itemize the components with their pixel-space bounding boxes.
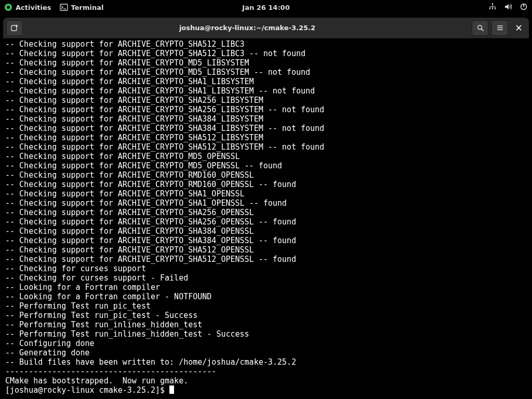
terminal-line: -- Checking for curses support - Failed: [5, 273, 527, 283]
terminal-line: -- Looking for a Fortran compiler - NOTF…: [5, 292, 527, 301]
terminal-line: -- Checking support for ARCHIVE_CRYPTO_S…: [5, 227, 527, 236]
app-menu-label: Terminal: [71, 4, 104, 11]
terminal-line: -- Configuring done: [5, 339, 527, 348]
app-menu-button[interactable]: Terminal: [60, 3, 104, 11]
activities-button[interactable]: Activities: [4, 3, 51, 11]
terminal-prompt: [joshua@rocky-linux cmake-3.25.2]$: [5, 385, 169, 395]
terminal-line: -- Checking support for ARCHIVE_CRYPTO_S…: [5, 142, 527, 152]
terminal-line: -- Checking support for ARCHIVE_CRYPTO_S…: [5, 49, 527, 58]
terminal-line: -- Checking support for ARCHIVE_CRYPTO_M…: [5, 58, 527, 68]
terminal-line: -- Checking support for ARCHIVE_CRYPTO_S…: [5, 208, 527, 217]
terminal-line: -- Checking support for ARCHIVE_CRYPTO_S…: [5, 189, 527, 198]
clock[interactable]: Jan 26 14:00: [242, 4, 289, 11]
terminal-line: -- Checking support for ARCHIVE_CRYPTO_S…: [5, 198, 527, 208]
terminal-app-icon: [60, 3, 68, 11]
terminal-line: -- Checking support for ARCHIVE_CRYPTO_S…: [5, 39, 527, 49]
terminal-line: -- Checking support for ARCHIVE_CRYPTO_S…: [5, 86, 527, 96]
terminal-line: -- Checking support for ARCHIVE_CRYPTO_S…: [5, 105, 527, 114]
new-tab-icon: [10, 24, 19, 32]
svg-line-11: [481, 29, 483, 31]
search-button[interactable]: [472, 20, 488, 36]
terminal-line: -- Performing Test run_pic_test: [5, 301, 527, 311]
svg-rect-2: [60, 4, 68, 10]
terminal-line: -- Build files have been written to: /ho…: [5, 357, 527, 367]
terminal-line: -- Performing Test run_inlines_hidden_te…: [5, 329, 527, 339]
network-icon[interactable]: [488, 3, 497, 12]
terminal-line: -- Checking support for ARCHIVE_CRYPTO_S…: [5, 236, 527, 245]
terminal-line: -- Checking support for ARCHIVE_CRYPTO_M…: [5, 161, 527, 170]
distro-logo-icon: [4, 3, 12, 11]
terminal-window: joshua@rocky-linux:~/cmake-3.25.2: [3, 18, 529, 399]
svg-point-1: [7, 6, 10, 9]
svg-rect-5: [492, 8, 493, 9]
terminal-line: -- Checking support for ARCHIVE_CRYPTO_S…: [5, 133, 527, 142]
power-icon[interactable]: [520, 3, 528, 12]
close-button[interactable]: [511, 21, 526, 35]
terminal-line: -- Checking support for ARCHIVE_CRYPTO_M…: [5, 152, 527, 161]
terminal-line: -- Checking support for ARCHIVE_CRYPTO_M…: [5, 68, 527, 77]
svg-rect-4: [489, 8, 490, 9]
terminal-line: -- Checking support for ARCHIVE_CRYPTO_S…: [5, 114, 527, 124]
volume-icon[interactable]: [504, 3, 512, 12]
activities-label: Activities: [16, 4, 51, 11]
terminal-line: CMake has bootstrapped. Now run gmake.: [5, 376, 527, 385]
terminal-line: -- Checking support for ARCHIVE_CRYPTO_S…: [5, 124, 527, 133]
hamburger-icon: [496, 24, 504, 32]
terminal-prompt-line[interactable]: [joshua@rocky-linux cmake-3.25.2]$: [5, 385, 527, 395]
terminal-viewport[interactable]: -- Checking support for ARCHIVE_CRYPTO_S…: [3, 38, 529, 399]
terminal-cursor: [169, 385, 174, 394]
close-icon: [515, 24, 522, 31]
terminal-line: ----------------------------------------…: [5, 367, 527, 376]
window-title: joshua@rocky-linux:~/cmake-3.25.2: [23, 24, 472, 32]
terminal-line: -- Checking support for ARCHIVE_CRYPTO_S…: [5, 96, 527, 105]
terminal-line: -- Checking for curses support: [5, 264, 527, 273]
terminal-line: -- Checking support for ARCHIVE_CRYPTO_S…: [5, 245, 527, 255]
terminal-line: -- Checking support for ARCHIVE_CRYPTO_S…: [5, 217, 527, 227]
terminal-line: -- Checking support for ARCHIVE_CRYPTO_S…: [5, 77, 527, 86]
menu-button[interactable]: [491, 20, 508, 36]
new-tab-button[interactable]: [6, 20, 23, 36]
terminal-line: -- Performing Test run_inlines_hidden_te…: [5, 320, 527, 329]
terminal-line: -- Looking for a Fortran compiler: [5, 283, 527, 292]
gnome-top-bar: Activities Terminal Jan 26 14:00: [0, 0, 532, 15]
terminal-line: -- Checking support for ARCHIVE_CRYPTO_S…: [5, 255, 527, 264]
terminal-line: -- Checking support for ARCHIVE_CRYPTO_R…: [5, 170, 527, 180]
svg-rect-3: [492, 3, 493, 4]
terminal-line: -- Performing Test run_pic_test - Succes…: [5, 311, 527, 320]
search-icon: [476, 24, 484, 32]
svg-rect-6: [495, 8, 496, 9]
terminal-line: -- Checking support for ARCHIVE_CRYPTO_R…: [5, 180, 527, 189]
headerbar: joshua@rocky-linux:~/cmake-3.25.2: [3, 18, 529, 38]
terminal-line: -- Generating done: [5, 348, 527, 357]
